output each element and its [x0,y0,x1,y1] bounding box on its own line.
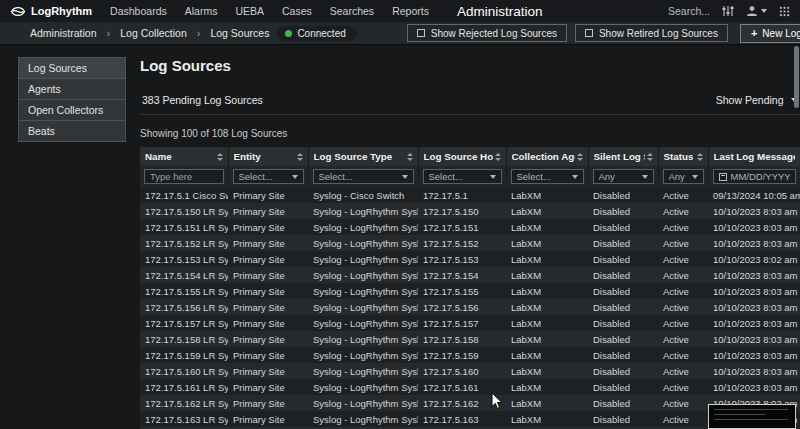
entity-filter-select[interactable]: Select... [233,169,304,184]
table-row[interactable]: 172.17.5.162 LR Sysl...Primary SiteSyslo… [140,395,800,411]
pending-count-label: 383 Pending Log Sources [142,94,263,106]
column-header-entity[interactable]: Entity [228,147,308,166]
table-row[interactable]: 172.17.5.161 LR Sysl...Primary SiteSyslo… [140,379,800,395]
cell-silent-log-source: Disabled [588,395,658,411]
log-source-host-filter-select[interactable]: Select... [423,169,502,184]
cell-collection-agent: LabXM [506,219,588,235]
cell-log-source-type: Syslog - LogRhythm Syslog Ge... [308,251,418,267]
nav-item-alarms[interactable]: Alarms [185,5,218,17]
nav-item-ueba[interactable]: UEBA [235,5,264,17]
column-header-name[interactable]: Name [140,147,228,166]
nav-item-dashboards[interactable]: Dashboards [110,5,167,17]
cell-silent-log-source: Disabled [588,283,658,299]
cell-collection-agent: LabXM [506,331,588,347]
show-retired-checkbox[interactable]: Show Retired Log Sources [575,24,728,42]
status-filter-select[interactable]: Any [663,169,704,184]
table-header-row: Name Entity Log Source Type Log Source H… [140,147,800,166]
breadcrumb-administration[interactable]: Administration [30,27,97,39]
log-source-type-filter-select[interactable]: Select... [313,169,414,184]
cell-last-log-message: 10/10/2023 8:02 am [708,251,800,267]
table-row[interactable]: 172.17.5.163 LR Sysl...Primary SiteSyslo… [140,411,800,427]
table-row[interactable]: 172.17.5.158 LR Sysl...Primary SiteSyslo… [140,331,800,347]
table-row[interactable]: 172.17.5.157 LR Sysl...Primary SiteSyslo… [140,315,800,331]
table-row[interactable]: 172.17.5.150 LR Sysl...Primary SiteSyslo… [140,203,800,219]
search-input[interactable]: Search... [668,5,710,17]
pip-content-line [714,409,788,410]
column-header-log-source-type[interactable]: Log Source Type [308,147,418,166]
cell-log-source-host: 172.17.5.159 [418,347,506,363]
cell-entity: Primary Site [228,203,308,219]
chevron-down-icon [642,175,648,179]
nav-item-cases[interactable]: Cases [282,5,312,17]
table-row[interactable]: 172.17.5.154 LR Sysl...Primary SiteSyslo… [140,267,800,283]
column-header-collection-agent[interactable]: Collection Agent [506,147,588,166]
table-body: 172.17.5.1 Cisco Swit...Primary SiteSysl… [140,187,800,429]
show-retired-label: Show Retired Log Sources [599,28,718,39]
show-rejected-checkbox[interactable]: Show Rejected Log Sources [407,24,567,42]
cell-entity: Primary Site [228,331,308,347]
page-title: Log Sources [140,57,800,74]
sidebar-item-beats[interactable]: Beats [18,120,126,142]
column-header-last-log-message[interactable]: Last Log Message [708,147,800,166]
cell-name: 172.17.5.162 LR Sysl... [140,395,228,411]
nav-item-searches[interactable]: Searches [330,5,374,17]
cell-last-log-message: 10/10/2023 8:03 am [708,315,800,331]
show-pending-label: Show Pending [716,94,784,106]
cell-entity: Primary Site [228,187,308,203]
logrhythm-logo[interactable]: LogRhythm [10,5,92,18]
vertical-scrollbar-thumb[interactable] [794,46,799,108]
table-row[interactable]: 172.17.5.153 LR Sysl...Primary SiteSyslo… [140,251,800,267]
breadcrumb-log-sources[interactable]: Log Sources [210,27,269,39]
table-row[interactable]: 172.17.5.155 LR Sysl...Primary SiteSyslo… [140,283,800,299]
cell-log-source-type: Syslog - LogRhythm Syslog Ge... [308,395,418,411]
sidebar-item-agents[interactable]: Agents [18,78,126,99]
cell-collection-agent: LabXM [506,283,588,299]
cell-silent-log-source: Disabled [588,379,658,395]
nav-item-reports[interactable]: Reports [392,5,429,17]
cell-last-log-message: 10/10/2023 8:03 am [708,379,800,395]
cell-last-log-message: 10/10/2023 8:03 am [708,363,800,379]
column-header-log-source-host[interactable]: Log Source Host [418,147,506,166]
cell-status: Active [658,363,708,379]
cell-name: 172.17.5.1 Cisco Swit... [140,187,228,203]
pip-content-line [714,419,788,420]
table-row[interactable]: 172.17.5.151 LR Sysl...Primary SiteSyslo… [140,219,800,235]
date-filter-input[interactable]: MM/DD/YYYY [713,169,796,184]
connected-label: Connected [297,28,345,39]
chevron-down-icon [402,175,408,179]
chevron-down-icon [292,175,298,179]
apps-grid-icon[interactable] [779,6,790,17]
table-row[interactable]: 172.17.5.159 LR Sysl...Primary SiteSyslo… [140,347,800,363]
show-rejected-label: Show Rejected Log Sources [431,28,557,39]
cell-entity: Primary Site [228,283,308,299]
chevron-down-icon [761,9,767,13]
cell-last-log-message: 10/10/2023 8:03 am [708,283,800,299]
table-row[interactable]: 172.17.5.152 LR Sysl...Primary SiteSyslo… [140,235,800,251]
nav-item-administration-active[interactable]: Administration [457,4,543,19]
table-row[interactable]: 172.17.5.160 LR Sysl...Primary SiteSyslo… [140,363,800,379]
cell-log-source-type: Syslog - LogRhythm Syslog Ge... [308,203,418,219]
sidebar-item-open-collectors[interactable]: Open Collectors [18,99,126,120]
silent-log-source-filter-select[interactable]: Any [593,169,654,184]
cell-name: 172.17.5.156 LR Sysl... [140,299,228,315]
cell-name: 172.17.5.159 LR Sysl... [140,347,228,363]
sliders-icon[interactable] [722,5,734,17]
cell-name: 172.17.5.151 LR Sysl... [140,219,228,235]
cell-silent-log-source: Disabled [588,203,658,219]
column-header-silent-log-source[interactable]: Silent Log S... [588,147,658,166]
cell-collection-agent: LabXM [506,347,588,363]
table-row[interactable]: 172.17.5.1 Cisco Swit...Primary SiteSysl… [140,187,800,203]
column-header-status[interactable]: Status [658,147,708,166]
collection-agent-filter-select[interactable]: Select... [511,169,584,184]
table-row[interactable]: 172.17.5.156 LR Sysl...Primary SiteSyslo… [140,299,800,315]
sidebar-item-log-sources[interactable]: Log Sources [18,57,126,78]
name-filter-input[interactable] [144,169,224,184]
cell-name: 172.17.5.161 LR Sysl... [140,379,228,395]
cell-log-source-host: 172.17.5.1 [418,187,506,203]
user-menu[interactable] [746,5,767,17]
new-log-source-button[interactable]: + New Log Source [740,24,800,43]
breadcrumb-log-collection[interactable]: Log Collection [120,27,187,39]
show-pending-toggle[interactable]: Show Pending [716,94,799,106]
cell-silent-log-source: Disabled [588,251,658,267]
new-log-source-label: New Log Source [762,28,800,39]
